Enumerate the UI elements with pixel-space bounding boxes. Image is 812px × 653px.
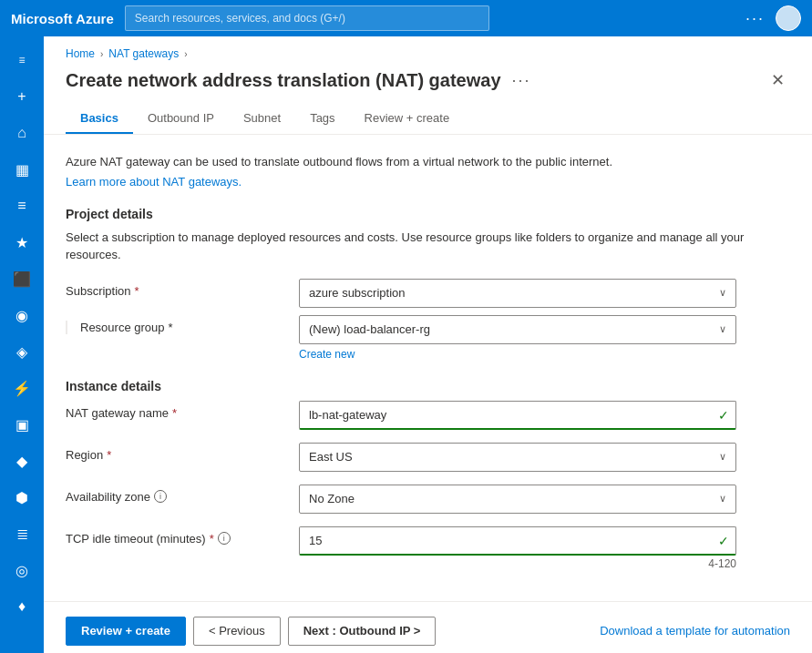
sidebar-item-monitor[interactable]: ◉ (4, 299, 40, 332)
availability-zone-info-icon[interactable]: i (154, 490, 167, 503)
info-description: Azure NAT gateway can be used to transla… (66, 153, 790, 171)
availability-zone-label: Availability zone i (66, 485, 284, 504)
subscription-value: azure subscription (309, 286, 406, 300)
breadcrumb: Home › NAT gateways › (44, 36, 812, 64)
form-area: Azure NAT gateway can be used to transla… (44, 135, 812, 601)
sidebar-item-advisor[interactable]: ◈ (4, 335, 40, 368)
tab-outbound-ip[interactable]: Outbound IP (133, 104, 229, 134)
global-search-input[interactable] (125, 5, 489, 31)
nat-gateway-name-input-wrap: ✓ (299, 401, 736, 430)
region-value: East US (309, 450, 353, 464)
region-chevron-icon: ∨ (719, 451, 726, 463)
review-create-button[interactable]: Review + create (66, 617, 186, 646)
sidebar-item-recent[interactable]: ⬛ (4, 262, 40, 295)
sidebar-item-dashboard[interactable]: ▦ (4, 153, 40, 186)
project-details-title: Project details (66, 207, 790, 221)
availability-zone-chevron-icon: ∨ (719, 493, 726, 505)
resource-group-chevron-icon: ∨ (719, 323, 726, 335)
region-control: East US ∨ (299, 443, 736, 472)
footer: Review + create < Previous Next : Outbou… (44, 601, 812, 654)
tcp-timeout-label: TCP idle timeout (minutes) * i (66, 526, 284, 546)
resource-group-required: * (169, 321, 173, 334)
tab-basics[interactable]: Basics (66, 104, 133, 134)
resource-group-label: Resource group * (66, 321, 173, 334)
tcp-timeout-info-icon[interactable]: i (218, 532, 231, 545)
breadcrumb-nat-gateways[interactable]: NAT gateways (108, 47, 179, 60)
resource-group-control: (New) load-balancer-rg ∨ Create new (299, 315, 736, 361)
subscription-chevron-icon: ∨ (719, 287, 726, 299)
resource-group-label-wrap: Resource group * (66, 315, 284, 334)
tcp-timeout-input[interactable] (299, 526, 736, 556)
subscription-required: * (135, 284, 139, 298)
nat-gateway-name-label: NAT gateway name * (66, 401, 284, 420)
close-button[interactable]: ✕ (765, 67, 790, 93)
sidebar-item-cost[interactable]: ◎ (4, 554, 40, 587)
resource-group-dropdown[interactable]: (New) load-balancer-rg ∨ (299, 315, 736, 344)
nat-gateway-name-required: * (172, 406, 177, 420)
nat-gateway-name-input[interactable] (299, 401, 736, 430)
sidebar-item-policy[interactable]: ≣ (4, 517, 40, 550)
region-dropdown[interactable]: East US ∨ (299, 443, 736, 472)
region-label: Region * (66, 443, 284, 462)
sidebar-item-expand[interactable]: ≡ (4, 44, 40, 77)
resource-group-row: Resource group * (New) load-balancer-rg … (66, 315, 790, 361)
sidebar: ≡ + ⌂ ▦ ≡ ★ ⬛ ◉ ◈ ⚡ ▣ ◆ ⬢ ≣ ◎ ♦ (0, 36, 44, 653)
availability-zone-dropdown[interactable]: No Zone ∨ (299, 485, 736, 514)
tcp-timeout-control: ✓ 4-120 (299, 526, 736, 570)
subscription-dropdown[interactable]: azure subscription ∨ (299, 279, 736, 308)
download-template-link[interactable]: Download a template for automation (600, 624, 790, 638)
page-header: Create network address translation (NAT)… (44, 64, 812, 104)
top-nav-right: ··· (745, 5, 801, 31)
subscription-control: azure subscription ∨ (299, 279, 736, 308)
top-nav-more-icon[interactable]: ··· (745, 9, 765, 28)
next-button[interactable]: Next : Outbound IP > (288, 617, 437, 646)
availability-zone-row: Availability zone i No Zone ∨ (66, 485, 790, 514)
availability-zone-value: No Zone (309, 492, 355, 505)
main-content: Home › NAT gateways › Create network add… (44, 36, 812, 653)
subscription-label: Subscription * (66, 279, 284, 298)
tcp-timeout-row: TCP idle timeout (minutes) * i ✓ 4-120 (66, 526, 790, 570)
learn-more-link[interactable]: Learn more about NAT gateways. (66, 175, 242, 189)
breadcrumb-sep-2: › (184, 49, 187, 59)
user-avatar[interactable] (776, 5, 801, 31)
breadcrumb-sep-1: › (100, 49, 103, 59)
subscription-row: Subscription * azure subscription ∨ (66, 279, 790, 308)
tab-tags[interactable]: Tags (295, 104, 349, 134)
tcp-timeout-input-wrap: ✓ (299, 526, 736, 556)
create-new-link[interactable]: Create new (299, 348, 736, 361)
page-title: Create network address translation (NAT)… (66, 70, 501, 91)
nat-gateway-name-row: NAT gateway name * ✓ (66, 401, 790, 430)
close-icon: ✕ (771, 70, 785, 90)
sidebar-item-allservices[interactable]: ≡ (4, 189, 40, 222)
availability-zone-control: No Zone ∨ (299, 485, 736, 514)
sidebar-item-automation[interactable]: ⚡ (4, 372, 40, 404)
top-navigation: Microsoft Azure ··· (0, 0, 812, 36)
tab-bar: Basics Outbound IP Subnet Tags Review + … (44, 104, 812, 135)
sidebar-item-sql[interactable]: ▣ (4, 408, 40, 441)
tcp-range-hint: 4-120 (299, 557, 736, 570)
sidebar-item-network[interactable]: ◆ (4, 444, 40, 477)
sidebar-item-favorites[interactable]: ★ (4, 226, 40, 259)
previous-button[interactable]: < Previous (193, 617, 281, 646)
sidebar-item-marketplace[interactable]: ♦ (4, 590, 40, 623)
project-details-desc: Select a subscription to manage deployed… (66, 229, 790, 264)
nat-gateway-check-icon: ✓ (718, 408, 729, 423)
sidebar-item-home[interactable]: ⌂ (4, 117, 40, 149)
page-header-more-icon[interactable]: ··· (512, 71, 531, 90)
tcp-timeout-check-icon: ✓ (718, 534, 729, 548)
nat-gateway-name-control: ✓ (299, 401, 736, 430)
sidebar-item-security[interactable]: ⬢ (4, 481, 40, 514)
main-layout: ≡ + ⌂ ▦ ≡ ★ ⬛ ◉ ◈ ⚡ ▣ ◆ ⬢ ≣ ◎ ♦ Home › N… (0, 36, 812, 653)
instance-details-title: Instance details (66, 379, 790, 393)
resource-group-value: (New) load-balancer-rg (309, 322, 430, 336)
sidebar-item-create[interactable]: + (4, 80, 40, 113)
region-required: * (107, 448, 111, 462)
tab-subnet[interactable]: Subnet (229, 104, 295, 134)
region-row: Region * East US ∨ (66, 443, 790, 472)
breadcrumb-home[interactable]: Home (66, 47, 95, 60)
tab-review-create[interactable]: Review + create (350, 104, 465, 134)
brand-logo: Microsoft Azure (11, 11, 114, 26)
tcp-timeout-required: * (210, 532, 214, 546)
